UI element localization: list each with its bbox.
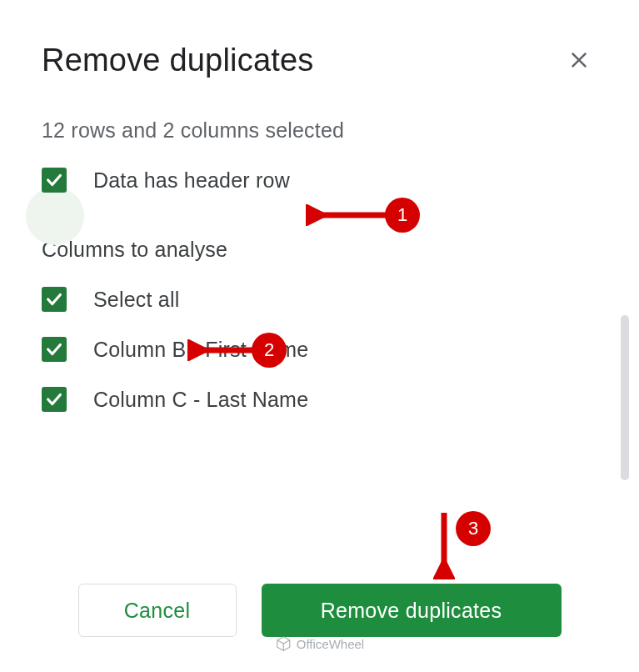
check-icon — [45, 290, 63, 308]
column-row: Column B - First Name — [42, 337, 597, 362]
select-all-row: Select all — [42, 287, 597, 312]
column-checkbox[interactable] — [42, 337, 67, 362]
annotation-badge-1: 1 — [385, 198, 420, 233]
check-icon — [45, 390, 63, 409]
watermark: OfficeWheel — [275, 635, 364, 652]
dialog-footer: Cancel Remove duplicates — [0, 584, 639, 637]
column-row: Column C - Last Name — [42, 387, 597, 412]
select-all-checkbox[interactable] — [42, 287, 67, 312]
annotation-badge-2: 2 — [252, 333, 287, 368]
dialog-title: Remove duplicates — [42, 43, 314, 78]
watermark-icon — [275, 635, 292, 652]
select-all-label: Select all — [93, 288, 179, 312]
annotation-arrow-3 — [433, 513, 455, 579]
annotation-badge-3: 3 — [456, 511, 491, 546]
close-button[interactable] — [561, 42, 597, 78]
header-row-option: Data has header row — [42, 168, 597, 193]
header-row-label: Data has header row — [93, 168, 290, 193]
submit-button[interactable]: Remove duplicates — [262, 584, 562, 637]
cancel-button[interactable]: Cancel — [78, 584, 237, 637]
annotation-arrow-2 — [187, 339, 254, 361]
column-checkbox[interactable] — [42, 387, 67, 412]
check-icon — [45, 171, 63, 189]
checkbox-focus-halo — [26, 187, 84, 245]
watermark-text: OfficeWheel — [297, 637, 364, 651]
dialog-header: Remove duplicates — [42, 42, 597, 78]
column-label: Column C - Last Name — [93, 388, 308, 412]
scrollbar-thumb[interactable] — [621, 315, 629, 480]
columns-section-title: Columns to analyse — [42, 238, 597, 262]
selection-info-text: 12 rows and 2 columns selected — [42, 118, 597, 143]
check-icon — [45, 340, 63, 359]
header-row-checkbox[interactable] — [42, 168, 67, 193]
columns-list: Select all Column B - First Name Column … — [42, 287, 597, 412]
close-icon — [567, 48, 591, 72]
annotation-arrow-1 — [306, 204, 389, 226]
remove-duplicates-dialog: Remove duplicates 12 rows and 2 columns … — [0, 0, 639, 672]
